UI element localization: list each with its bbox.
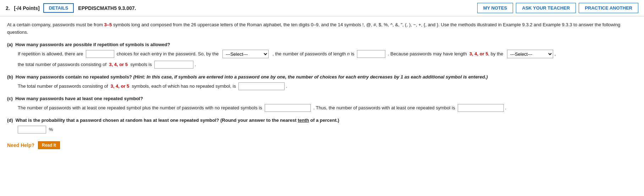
part-b-line1: The total number of passwords consisting…: [18, 82, 637, 91]
q-num: 2.: [6, 5, 10, 11]
part-d-letter: (d): [7, 118, 13, 123]
problem-intro: At a certain company, passwords must be …: [7, 21, 637, 36]
part-a-mid1: choices for each entry in the password. …: [117, 51, 219, 56]
part-a-symbols-is: symbols is: [130, 62, 152, 67]
question-number: 2. [-/4 Points]: [6, 5, 40, 11]
part-b-letter: (b): [7, 74, 13, 80]
part-b-label: (b) How many passwords contain no repeat…: [7, 74, 637, 80]
part-a-by-the: by the: [491, 51, 503, 56]
part-a-mid3: . Because passwords may have length: [388, 51, 467, 56]
part-a-select1[interactable]: ---Select--- Multiplication Rule Additio…: [222, 50, 269, 58]
my-notes-button[interactable]: MY NOTES: [477, 3, 513, 13]
intro-highlight: 3–5: [104, 22, 112, 27]
part-a-line2: the total number of passwords consisting…: [18, 60, 637, 69]
part-d-section: (d) What is the probability that a passw…: [7, 118, 637, 134]
part-c-post: . Thus, the number of passwords with at …: [313, 105, 455, 110]
page-container: 2. [-/4 Points] DETAILS EPPDISCMATH5 9.3…: [0, 0, 644, 196]
part-a-line1: If repetition is allowed, there are choi…: [18, 49, 637, 59]
read-it-button[interactable]: Read It: [38, 141, 60, 149]
part-a-mid2: , the number of passwords of length n is: [273, 51, 354, 56]
part-a-letter: (a): [7, 42, 13, 47]
part-a-total-pre: the total number of passwords consisting…: [18, 62, 106, 67]
content-area: At a certain company, passwords must be …: [0, 16, 644, 156]
header-buttons: MY NOTES ASK YOUR TEACHER PRACTICE ANOTH…: [477, 3, 638, 13]
part-c-letter: (c): [7, 96, 13, 101]
part-b-pre: The total number of passwords consisting…: [18, 83, 108, 89]
part-c-section: (c) How many passwords have at least one…: [7, 96, 637, 113]
part-b-highlight: 3, 4, or 5: [111, 83, 130, 89]
part-b-section: (b) How many passwords contain no repeat…: [7, 74, 637, 91]
part-a-highlight1: 3, 4, or 5: [469, 51, 488, 56]
ask-teacher-button[interactable]: ASK YOUR TEACHER: [516, 3, 576, 13]
part-d-label: (d) What is the probability that a passw…: [7, 118, 637, 123]
part-c-input1[interactable]: [265, 104, 311, 112]
part-b-mid: symbols, each of which has no repeated s…: [132, 83, 236, 89]
part-c-label: (c) How many passwords have at least one…: [7, 96, 637, 101]
part-a-input1[interactable]: [86, 50, 114, 58]
need-help-label: Need Help?: [7, 142, 34, 148]
problem-code: EPPDISCMATH5 9.3.007.: [78, 5, 477, 11]
part-c-pre: The number of passwords with at least on…: [18, 105, 262, 110]
header-bar: 2. [-/4 Points] DETAILS EPPDISCMATH5 9.3…: [0, 0, 644, 16]
part-c-line1: The number of passwords with at least on…: [18, 103, 637, 113]
points-label: [-/4 Points]: [14, 5, 39, 11]
part-a-select2[interactable]: ---Select--- Multiplication Rule Additio…: [507, 50, 553, 58]
part-d-line1: %: [18, 125, 637, 134]
part-d-input[interactable]: [18, 126, 46, 134]
part-a-pre1: If repetition is allowed, there are: [18, 51, 83, 56]
part-a-section: (a) How many passwords are possible if r…: [7, 42, 637, 69]
part-a-input2[interactable]: [357, 50, 385, 58]
part-b-input[interactable]: [238, 82, 285, 90]
need-help-section: Need Help? Read It: [7, 141, 637, 149]
practice-another-button[interactable]: PRACTICE ANOTHER: [579, 3, 638, 13]
part-a-input3[interactable]: [154, 61, 193, 69]
details-button[interactable]: DETAILS: [43, 3, 74, 13]
part-a-question: How many passwords are possible if repet…: [15, 42, 170, 47]
percent-symbol: %: [49, 127, 53, 132]
part-d-question: What is the probability that a password …: [16, 118, 339, 123]
part-c-question: How many passwords have at least one rep…: [15, 96, 143, 101]
part-c-input2[interactable]: [458, 104, 504, 112]
part-b-question: How many passwords contain no repeated s…: [16, 74, 488, 80]
part-a-label: (a) How many passwords are possible if r…: [7, 42, 637, 47]
part-a-highlight2: 3, 4, or 5: [109, 62, 128, 67]
